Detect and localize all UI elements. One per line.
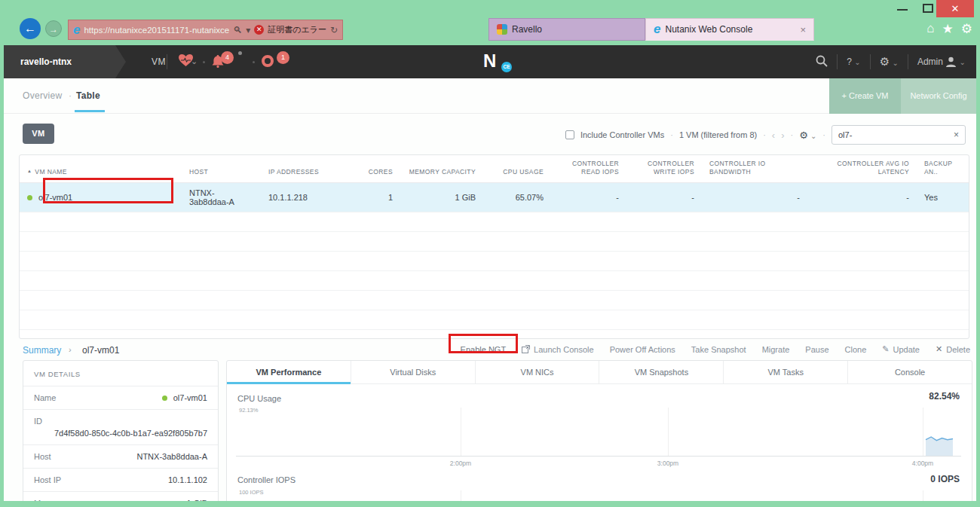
cell-cores: 1 xyxy=(351,183,400,212)
cell-cpu: 65.07% xyxy=(483,183,551,212)
window-titlebar: ✕ xyxy=(0,0,980,17)
tab-table[interactable]: Table xyxy=(76,90,100,101)
certificate-error-icon[interactable]: ✕ xyxy=(254,25,264,35)
alerts-badge[interactable]: 4 xyxy=(221,51,234,64)
vm-details-title: VM DETAILS xyxy=(23,361,218,386)
x-icon: ✕ xyxy=(936,344,942,354)
col-controller-io-bandwidth[interactable]: CONTROLLER IO BANDWIDTH xyxy=(702,155,807,183)
controller-iops-current-value: 0 IOPS xyxy=(930,474,960,484)
power-off-actions-button[interactable]: Power Off Actions xyxy=(610,345,675,354)
gear-menu[interactable]: ⚙ ⌄ xyxy=(880,55,899,69)
vm-actions-row: Enable NGT Launch Console Power Off Acti… xyxy=(461,344,970,354)
gridline xyxy=(668,408,669,456)
clone-button[interactable]: Clone xyxy=(845,345,867,354)
tab-close-icon[interactable]: × xyxy=(800,24,806,35)
tab-console[interactable]: Console xyxy=(848,361,972,383)
user-icon xyxy=(945,57,957,67)
annotation-box-vm-name xyxy=(43,178,173,203)
network-config-button[interactable]: Network Config xyxy=(901,78,976,114)
update-button[interactable]: ✎Update xyxy=(882,344,920,354)
help-menu[interactable]: ? ⌄ xyxy=(847,57,860,67)
delete-button[interactable]: ✕Delete xyxy=(936,344,970,354)
search-icon[interactable] xyxy=(816,55,828,69)
tab-ravello[interactable]: Ravello xyxy=(488,18,645,41)
summary-breadcrumb-link[interactable]: Summary xyxy=(23,345,61,356)
cell-ip: 10.1.1.218 xyxy=(261,183,351,212)
empty-table-row xyxy=(20,252,969,271)
col-controller-avg-io-latency[interactable]: CONTROLLER AVG IO LATENCY xyxy=(807,155,917,183)
detail-row-memory: Memory 1 GiB xyxy=(23,492,218,501)
tab-nutanix-web-console[interactable]: e Nutanix Web Console × xyxy=(645,18,814,41)
tab-vm-performance[interactable]: VM Performance xyxy=(227,361,351,383)
tab-virtual-disks[interactable]: Virtual Disks xyxy=(351,361,476,383)
maximize-button[interactable] xyxy=(923,4,933,13)
tasks-badge[interactable]: 1 xyxy=(277,51,289,64)
back-button[interactable]: ← xyxy=(20,18,41,39)
refresh-icon[interactable]: ↻ xyxy=(330,25,338,35)
include-controller-vms-label[interactable]: Include Controller VMs xyxy=(580,130,664,139)
vm-search-input[interactable] xyxy=(838,130,949,139)
create-vm-button[interactable]: + Create VM xyxy=(829,78,901,114)
tab-vm-nics[interactable]: VM NICs xyxy=(476,361,600,383)
url-text[interactable]: https://nutanixce201511171-nutanixcemult… xyxy=(84,26,229,35)
settings-gear-icon[interactable]: ⚙ xyxy=(961,21,972,37)
dot-separator xyxy=(203,61,205,63)
search-icon[interactable]: 🔍︎ xyxy=(233,25,242,35)
vm-search-box[interactable]: × xyxy=(831,125,966,145)
close-window-button[interactable]: ✕ xyxy=(936,0,974,17)
col-host[interactable]: HOST xyxy=(182,155,261,183)
gridline xyxy=(923,490,923,501)
entity-menu[interactable]: VM xyxy=(152,45,166,78)
clear-search-icon[interactable]: × xyxy=(954,130,959,140)
gear-icon: ⚙ xyxy=(880,55,890,68)
col-cores[interactable]: CORES xyxy=(351,155,400,183)
certificate-error-label[interactable]: 証明書のエラー xyxy=(268,24,326,35)
minimize-button[interactable] xyxy=(897,9,908,11)
col-controller-read-iops[interactable]: CONTROLLER READ IOPS xyxy=(551,155,626,183)
address-bar[interactable]: e https://nutanixce201511171-nutanixcemu… xyxy=(68,20,343,40)
cluster-name[interactable]: ravello-ntnx xyxy=(4,45,126,78)
annotation-box-enable-ngt xyxy=(449,334,518,353)
col-memory-capacity[interactable]: MEMORY CAPACITY xyxy=(400,155,483,183)
table-gear-menu[interactable]: ⚙ ⌄ xyxy=(799,130,816,141)
take-snapshot-button[interactable]: Take Snapshot xyxy=(691,345,746,354)
favorites-star-icon[interactable]: ★ xyxy=(942,21,954,37)
cell-avg-latency: - xyxy=(807,183,917,212)
chevron-down-icon[interactable]: ▾ xyxy=(246,25,250,35)
health-heart-icon[interactable] xyxy=(179,54,193,70)
next-page-icon[interactable]: › xyxy=(781,130,784,141)
col-controller-write-iops[interactable]: CONTROLLER WRITE IOPS xyxy=(626,155,702,183)
view-tabs-row: Overview · Table + Create VM Network Con… xyxy=(4,78,976,114)
tasks-ring-icon[interactable] xyxy=(262,55,274,67)
cell-backup: Yes xyxy=(917,183,969,212)
pencil-icon: ✎ xyxy=(882,344,889,354)
home-icon[interactable]: ⌂ xyxy=(926,21,934,37)
launch-console-button[interactable]: Launch Console xyxy=(522,345,594,354)
forward-button[interactable]: → xyxy=(45,20,62,37)
cell-host: NTNX-3ab8ddaa-A xyxy=(182,183,261,212)
tab-vm-tasks[interactable]: VM Tasks xyxy=(724,361,848,383)
col-backup[interactable]: BACKUP AN.. xyxy=(917,155,969,183)
cpu-sparkline-svg xyxy=(925,433,954,456)
prism-header: ravello-ntnx VM ⌄ 4 1 N CE ? ⌄ xyxy=(4,45,976,78)
empty-table-row xyxy=(20,310,969,330)
prev-page-icon[interactable]: ‹ xyxy=(772,130,775,141)
tab-nutanix-label: Nutanix Web Console xyxy=(665,24,752,35)
col-cpu-usage[interactable]: CPU USAGE xyxy=(483,155,551,183)
vm-entity-pill[interactable]: VM xyxy=(23,124,54,144)
user-menu[interactable]: Admin ⌄ xyxy=(917,57,966,67)
vm-status-dot xyxy=(27,195,32,200)
include-controller-vms-checkbox[interactable] xyxy=(565,130,574,139)
active-tab-underline xyxy=(75,110,105,112)
header-right-controls: ? ⌄ ⚙ ⌄ Admin ⌄ xyxy=(816,45,966,78)
tab-overview[interactable]: Overview xyxy=(23,90,62,101)
gridline xyxy=(923,408,923,456)
nutanix-logo[interactable]: N xyxy=(483,50,495,72)
detail-row-id: ID 7d4f58d0-850c-4c0b-b1a7-ea92f805b7b7 xyxy=(23,410,218,445)
col-ip-addresses[interactable]: IP ADDRESSES xyxy=(261,155,351,183)
tab-vm-snapshots[interactable]: VM Snapshots xyxy=(599,361,724,383)
migrate-button[interactable]: Migrate xyxy=(762,345,790,354)
launch-console-icon xyxy=(522,345,530,353)
ie-icon: e xyxy=(654,22,660,37)
pause-button[interactable]: Pause xyxy=(805,345,828,354)
